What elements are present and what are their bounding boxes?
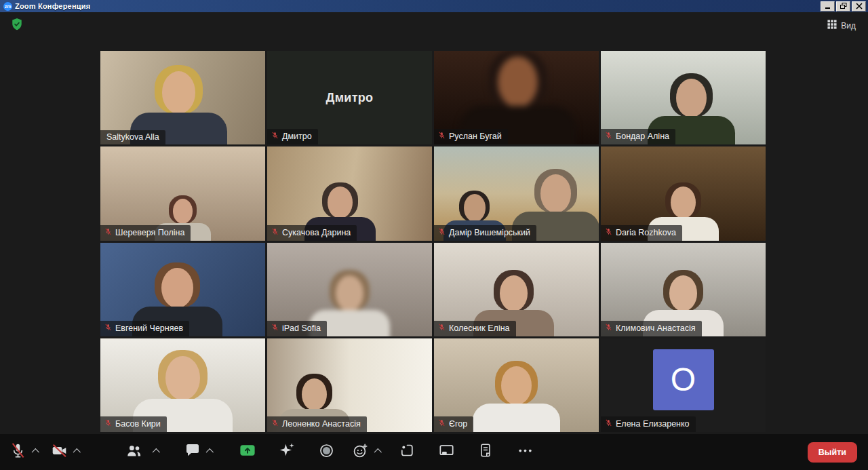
record-icon (318, 442, 335, 462)
participant-name-label: Бондар Аліна (601, 129, 675, 144)
participant-tile[interactable]: Saltykova Alla (100, 51, 265, 144)
participant-name-label: Руслан Бугай (434, 129, 508, 144)
toolbar-unmute[interactable] (9, 443, 39, 461)
muted-mic-icon (271, 131, 279, 142)
participant-name: Колесник Еліна (449, 324, 510, 333)
window-titlebar[interactable]: zm Zoom Конференция (0, 0, 868, 12)
participant-tile[interactable]: Єгор (434, 338, 599, 432)
participant-tile[interactable]: Колесник Еліна (434, 243, 599, 336)
reactions-icon (352, 442, 369, 462)
participant-name-label: Елена Елизаренко (601, 416, 696, 432)
participant-name-label: Сукачова Дарина (267, 225, 357, 241)
muted-mic-icon (271, 418, 279, 429)
toolbar-participants-chevron[interactable] (153, 448, 160, 456)
share-screen-icon (239, 442, 256, 462)
mic-muted-icon (9, 442, 26, 462)
toolbar-reactions[interactable] (352, 443, 381, 461)
muted-mic-icon (438, 418, 446, 429)
toolbar-chat-chevron[interactable] (206, 448, 214, 456)
muted-mic-icon (438, 323, 446, 334)
participant-name-label: Єгор (434, 416, 473, 432)
toolbar-apps[interactable] (393, 443, 420, 461)
participant-name: Сукачова Дарина (282, 228, 351, 237)
restore-button[interactable] (836, 1, 850, 12)
participant-tile[interactable]: Леоненко Анастасія (267, 338, 432, 432)
participant-tile[interactable]: Дамір Вишемірський (434, 146, 599, 240)
minimize-button[interactable] (821, 1, 835, 12)
participant-name: Дамір Вишемірський (449, 228, 530, 237)
muted-mic-icon (605, 418, 612, 429)
participant-name: Евгений Черняев (115, 324, 183, 333)
toolbar-unmute-chevron[interactable] (32, 448, 39, 456)
participant-name-label: Saltykova Alla (100, 130, 165, 144)
toolbar-whiteboards[interactable] (433, 443, 460, 461)
toolbar-reactions-chevron[interactable] (374, 448, 382, 456)
window-title: Zoom Конференция (15, 2, 90, 10)
muted-mic-icon (104, 323, 112, 334)
meeting-area: Вид Saltykova AllaДмитроДмитроРуслан Буг… (0, 12, 868, 470)
toolbar-notes[interactable] (472, 443, 499, 461)
close-button[interactable] (852, 1, 866, 12)
participants-icon (125, 442, 142, 462)
participant-tile[interactable]: Daria Rozhkova (601, 146, 766, 240)
participant-name-label: Климович Анастасія (601, 321, 702, 336)
meeting-toolbar: Выйти (0, 434, 868, 470)
grid-view-icon (827, 20, 837, 31)
participant-tile[interactable]: Сукачова Дарина (267, 146, 432, 240)
muted-mic-icon (271, 227, 279, 238)
participant-name: Saltykova Alla (106, 132, 159, 142)
toolbar-share-screen[interactable] (234, 443, 261, 461)
participant-name: Шереверя Поліна (115, 228, 184, 237)
participant-name-label: Шереверя Поліна (100, 225, 191, 241)
participant-name-label: Дмитро (267, 129, 318, 144)
toolbar-participants[interactable] (125, 443, 159, 461)
view-button[interactable]: Вид (825, 18, 859, 33)
participant-name: Руслан Бугай (449, 132, 502, 141)
participant-name-label: iPad Sofia (267, 321, 327, 336)
participant-name: Бондар Аліна (616, 132, 669, 141)
muted-mic-icon (605, 131, 612, 142)
participant-name-label: Басов Кири (100, 416, 167, 432)
leave-button[interactable]: Выйти (808, 442, 857, 463)
window-controls (821, 1, 866, 12)
muted-mic-icon (605, 323, 612, 334)
participant-tile[interactable]: OЕлена Елизаренко (601, 338, 766, 432)
participant-name: Дмитро (282, 132, 312, 141)
security-shield-icon[interactable] (11, 18, 23, 31)
muted-mic-icon (271, 323, 279, 334)
toolbar-start-video-chevron[interactable] (73, 448, 81, 456)
toolbar-ai-companion[interactable] (273, 443, 300, 461)
zoom-app-icon: zm (3, 2, 12, 11)
participant-name-label: Леоненко Анастасія (267, 416, 367, 432)
muted-mic-icon (438, 227, 446, 238)
participant-tile[interactable]: Шереверя Поліна (100, 146, 265, 240)
notes-icon (477, 442, 494, 461)
participant-name-label: Евгений Черняев (100, 321, 189, 336)
toolbar-more[interactable] (511, 443, 538, 461)
toolbar-start-video[interactable] (51, 443, 80, 461)
whiteboard-icon (438, 442, 455, 462)
participant-tile[interactable]: Бондар Аліна (601, 51, 766, 144)
participant-name-label: Колесник Еліна (434, 321, 516, 336)
participant-name: iPad Sofia (282, 324, 321, 333)
muted-mic-icon (438, 131, 446, 142)
toolbar-record[interactable] (313, 443, 340, 461)
participant-name: Леоненко Анастасія (282, 419, 361, 429)
muted-mic-icon (104, 227, 112, 238)
participant-name: Daria Rozhkova (616, 228, 676, 237)
participant-tile[interactable]: Климович Анастасія (601, 243, 766, 336)
muted-mic-icon (104, 418, 112, 429)
person-silhouette (473, 361, 560, 432)
participant-tile[interactable]: iPad Sofia (267, 243, 432, 336)
participant-tile[interactable]: Евгений Черняев (100, 243, 265, 336)
participant-name: Елена Елизаренко (616, 419, 690, 429)
participant-tile[interactable]: ДмитроДмитро (267, 51, 432, 144)
participant-name: Климович Анастасія (616, 324, 696, 333)
participant-name-label: Дамір Вишемірський (434, 225, 536, 241)
camera-muted-icon (51, 442, 68, 462)
ai-companion-icon (278, 442, 296, 462)
participant-tile[interactable]: Руслан Бугай (434, 51, 599, 144)
apps-icon (399, 442, 415, 461)
participant-tile[interactable]: Басов Кири (100, 338, 265, 432)
toolbar-chat[interactable] (184, 443, 213, 461)
